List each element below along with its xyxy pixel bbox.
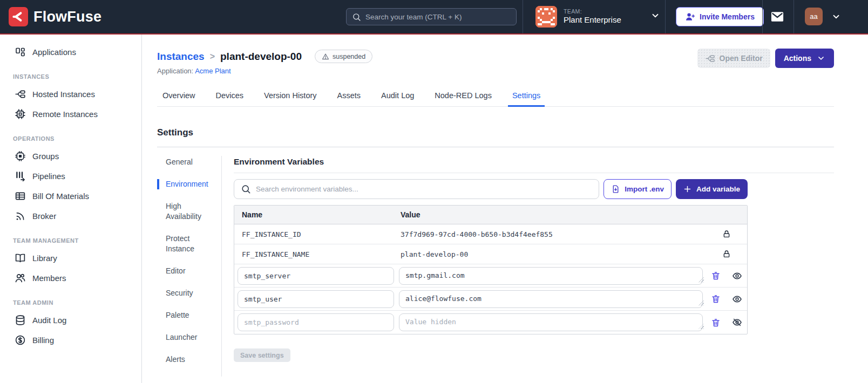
application-line: Application: Acme Plant (157, 67, 834, 75)
sidebar-item-label: Bill Of Materials (32, 191, 89, 201)
breadcrumb-instances-link[interactable]: Instances (157, 51, 205, 63)
actions-button[interactable]: Actions (775, 49, 834, 68)
editor-node-icon (705, 53, 715, 64)
team-label: TEAM: (564, 8, 621, 15)
sidebar-item-groups[interactable]: Groups (0, 146, 141, 166)
sidebar-item-library[interactable]: Library (0, 248, 141, 268)
env-name-input[interactable] (238, 267, 394, 285)
navbar-divider (794, 0, 794, 33)
top-navbar: FlowFuse TEAM: P (0, 0, 868, 35)
column-header-value: Value (396, 210, 706, 219)
plus-icon (683, 185, 691, 193)
user-plus-icon (685, 12, 695, 22)
pipelines-icon (15, 170, 26, 182)
subnav-security[interactable]: Security (157, 288, 221, 298)
sidebar-item-pipelines[interactable]: Pipelines (0, 166, 141, 186)
status-badge-label: suspended (333, 53, 365, 60)
tab-assets[interactable]: Assets (336, 88, 362, 106)
eye-icon (732, 271, 742, 281)
add-variable-label: Add variable (696, 185, 740, 193)
env-search[interactable] (234, 179, 599, 199)
subnav-high-availability[interactable]: High Availability (157, 201, 221, 222)
tab-devices[interactable]: Devices (214, 88, 245, 106)
subnav-protect-instance[interactable]: Protect Instance (157, 234, 221, 254)
sidebar-item-remote-instances[interactable]: Remote Instances (0, 104, 141, 124)
tab-audit-log[interactable]: Audit Log (380, 88, 415, 106)
toggle-visibility-button[interactable] (732, 317, 742, 327)
brand[interactable]: FlowFuse (0, 7, 227, 26)
navbar-divider (665, 0, 666, 33)
team-name: Plant Enterprise (564, 15, 621, 25)
sidebar-item-label: Library (32, 254, 57, 263)
sidebar-item-audit-log[interactable]: Audit Log (0, 310, 141, 330)
toggle-visibility-button[interactable] (732, 271, 742, 281)
tab-settings[interactable]: Settings (511, 88, 541, 106)
sidebar-item-applications[interactable]: Applications (0, 42, 141, 62)
user-menu[interactable]: aa (805, 8, 841, 25)
subnav-alerts[interactable]: Alerts (157, 354, 221, 365)
subnav-launcher[interactable]: Launcher (157, 332, 221, 343)
sidebar-item-label: Audit Log (32, 316, 66, 325)
page-title: plant-develop-00 (220, 51, 302, 63)
invite-members-button[interactable]: Invite Members (676, 7, 764, 26)
hosted-instances-icon (15, 88, 26, 100)
notifications-mail-icon[interactable] (770, 9, 785, 26)
save-settings-button[interactable]: Save settings (234, 348, 290, 362)
team-search[interactable] (346, 8, 517, 25)
status-badge: suspended (315, 50, 372, 63)
team-avatar-icon (535, 6, 557, 28)
env-value-input[interactable]: smtp.gmail.com (399, 267, 703, 285)
invite-members-label: Invite Members (700, 12, 755, 21)
sidebar-section-operations: OPERATIONS (13, 135, 141, 142)
subnav-environment[interactable]: Environment (157, 179, 221, 189)
toggle-visibility-button[interactable] (732, 294, 742, 304)
delete-variable-button[interactable] (711, 294, 721, 304)
brand-name: FlowFuse (33, 9, 101, 25)
env-search-input[interactable] (256, 185, 592, 193)
bill-of-materials-icon (15, 190, 26, 202)
sidebar-item-billing[interactable]: Billing (0, 330, 141, 350)
table-header: Name Value (234, 206, 747, 224)
env-name-input[interactable] (238, 290, 394, 308)
chevron-down-icon[interactable] (650, 11, 660, 23)
sidebar-item-hosted-instances[interactable]: Hosted Instances (0, 84, 141, 104)
env-variables-table: Name Value FF_INSTANCE_ID 37f7d969-97cd-… (234, 205, 748, 334)
sidebar-item-broker[interactable]: Broker (0, 206, 141, 226)
warning-icon (322, 53, 329, 60)
breadcrumb-separator: > (210, 52, 215, 61)
open-editor-button[interactable]: Open Editor (697, 49, 770, 68)
sidebar-item-bill-of-materials[interactable]: Bill Of Materials (0, 186, 141, 206)
applications-icon (15, 46, 26, 58)
sidebar-item-label: Pipelines (32, 172, 65, 181)
application-link[interactable]: Acme Plant (195, 67, 230, 75)
import-env-button[interactable]: Import .env (603, 179, 672, 199)
chevron-down-icon (831, 12, 841, 22)
env-value: plant-develop-00 (396, 250, 706, 258)
team-search-input[interactable] (365, 13, 511, 21)
divider (234, 173, 834, 173)
lock-icon (722, 230, 731, 238)
env-name-input[interactable] (238, 313, 394, 331)
sidebar-item-label: Billing (32, 336, 54, 345)
actions-label: Actions (784, 54, 811, 63)
subnav-editor[interactable]: Editor (157, 266, 221, 276)
trash-icon (711, 294, 721, 304)
tab-overview[interactable]: Overview (161, 88, 196, 106)
add-variable-button[interactable]: Add variable (676, 179, 748, 199)
env-value-input[interactable] (399, 313, 703, 331)
subnav-palette[interactable]: Palette (157, 310, 221, 320)
sidebar-section-team-admin: TEAM ADMIN (13, 299, 141, 306)
tab-node-red-logs[interactable]: Node-RED Logs (433, 88, 493, 106)
sidebar-item-members[interactable]: Members (0, 268, 141, 288)
delete-variable-button[interactable] (711, 271, 721, 281)
panel-title: Environment Variables (234, 156, 834, 167)
delete-variable-button[interactable] (711, 318, 721, 327)
audit-log-icon (15, 314, 26, 326)
team-selector[interactable]: TEAM: Plant Enterprise (535, 0, 660, 33)
environment-panel: Environment Variables Import .env Add va… (222, 156, 834, 377)
chevron-down-icon (817, 54, 825, 63)
env-value-input[interactable]: alice@flowfuse.com (399, 290, 703, 308)
tab-version-history[interactable]: Version History (263, 88, 318, 106)
sidebar-item-label: Groups (32, 152, 59, 161)
subnav-general[interactable]: General (157, 157, 221, 167)
